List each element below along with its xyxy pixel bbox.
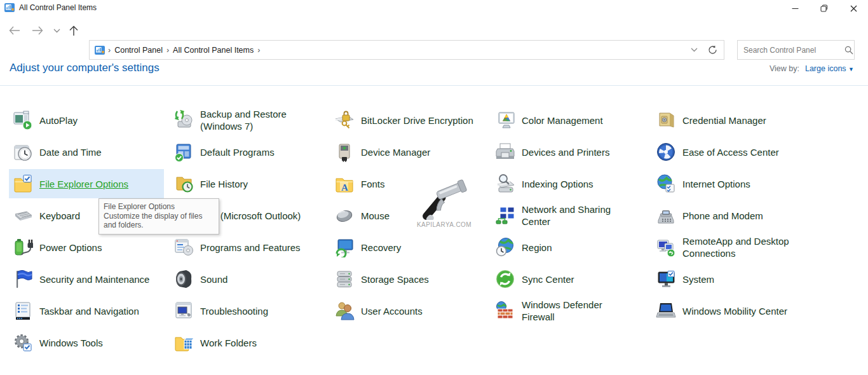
tooltip-body: Customize the display of files and folde…: [104, 212, 214, 230]
item-label[interactable]: Storage Spaces: [361, 273, 429, 285]
control-panel-item-work-folders[interactable]: Work Folders: [170, 328, 325, 357]
control-panel-item-sync-center[interactable]: Sync Center: [491, 264, 646, 294]
item-label[interactable]: Color Management: [522, 114, 603, 126]
breadcrumb-chevron-icon[interactable]: ›: [257, 46, 260, 55]
item-label[interactable]: AutoPlay: [39, 114, 78, 126]
item-label[interactable]: Work Folders: [200, 337, 257, 349]
item-label[interactable]: Phone and Modem: [682, 210, 763, 222]
item-label[interactable]: Default Programs: [200, 146, 275, 158]
control-panel-item-device-manager[interactable]: Device Manager: [330, 137, 485, 167]
control-panel-item-recovery[interactable]: Recovery: [330, 233, 485, 262]
control-panel-item-taskbar-navigation[interactable]: Taskbar and Navigation: [9, 296, 164, 325]
item-label[interactable]: Device Manager: [361, 146, 430, 158]
control-panel-item-credential-manager[interactable]: Credential Manager: [652, 106, 807, 135]
breadcrumb-chevron-icon[interactable]: ›: [108, 46, 111, 55]
forward-button[interactable]: [28, 20, 47, 41]
item-label[interactable]: Power Options: [39, 242, 102, 254]
view-by-dropdown[interactable]: Large icons ▼: [805, 64, 854, 73]
control-panel-item-power-options[interactable]: Power Options: [9, 233, 164, 262]
recent-locations-chevron-icon[interactable]: [47, 20, 66, 41]
control-panel-item-autoplay[interactable]: AutoPlay: [9, 106, 164, 135]
control-panel-item-windows-tools[interactable]: Windows Tools: [9, 328, 164, 357]
keyboard-icon: [13, 205, 33, 226]
item-label[interactable]: Recovery: [361, 242, 401, 254]
control-panel-item-mobility-center[interactable]: Windows Mobility Center: [652, 296, 807, 325]
item-label[interactable]: File Explorer Options: [39, 178, 128, 190]
item-label[interactable]: Sound: [200, 273, 227, 285]
control-panel-item-file-history[interactable]: File History: [170, 169, 325, 198]
item-label[interactable]: Security and Maintenance: [39, 273, 149, 285]
breadcrumb-chevron-icon[interactable]: ›: [166, 46, 169, 55]
control-panel-item-user-accounts[interactable]: User Accounts: [330, 296, 485, 325]
item-label[interactable]: Windows Mobility Center: [682, 305, 787, 317]
ease-of-access-icon: [656, 142, 676, 162]
item-label[interactable]: Taskbar and Navigation: [39, 305, 139, 317]
control-panel-item-file-explorer-options[interactable]: File Explorer Options: [9, 169, 164, 198]
item-label[interactable]: Indexing Options: [522, 178, 593, 190]
search-input[interactable]: [738, 46, 844, 55]
control-panel-item-devices-printers[interactable]: Devices and Printers: [491, 137, 646, 167]
control-panel-item-default-programs[interactable]: Default Programs: [170, 137, 325, 167]
control-panel-item-system[interactable]: System: [652, 264, 807, 294]
item-label[interactable]: System: [682, 273, 714, 285]
item-label[interactable]: BitLocker Drive Encryption: [361, 114, 473, 126]
breadcrumb-control-panel[interactable]: Control Panel: [112, 46, 165, 55]
control-panel-item-internet-options[interactable]: Internet Options: [652, 169, 807, 198]
item-label[interactable]: Mouse: [361, 210, 390, 222]
control-panel-item-phone-modem[interactable]: Phone and Modem: [652, 201, 807, 230]
control-panel-item-troubleshooting[interactable]: Troubleshooting: [170, 296, 325, 325]
item-label[interactable]: Troubleshooting: [200, 305, 268, 317]
control-panel-item-color-management[interactable]: Color Management: [491, 106, 646, 135]
item-label[interactable]: Keyboard: [39, 210, 80, 222]
control-panel-item-ease-of-access[interactable]: Ease of Access Center: [652, 137, 807, 167]
item-label[interactable]: User Accounts: [361, 305, 423, 317]
item-label[interactable]: File History: [200, 178, 248, 190]
item-label[interactable]: Credential Manager: [682, 114, 766, 126]
remoteapp-icon: [656, 237, 676, 257]
item-label[interactable]: Devices and Printers: [522, 146, 609, 158]
control-panel-item-bitlocker[interactable]: BitLocker Drive Encryption: [330, 106, 485, 135]
item-label[interactable]: Fonts: [361, 178, 385, 190]
close-button[interactable]: [839, 0, 868, 17]
control-panel-item-backup-restore[interactable]: Backup and Restore(Windows 7): [170, 106, 325, 135]
item-label[interactable]: Date and Time: [39, 146, 102, 158]
minimize-button[interactable]: [780, 0, 810, 17]
work-folders-icon: [173, 332, 194, 353]
back-button[interactable]: [5, 20, 24, 41]
item-label[interactable]: Region: [522, 242, 552, 254]
file-explorer-options-tooltip: File Explorer Options Customize the disp…: [98, 198, 219, 235]
control-panel-item-indexing-options[interactable]: Indexing Options: [491, 169, 646, 198]
region-icon: [495, 237, 515, 257]
address-bar[interactable]: › Control Panel › All Control Panel Item…: [89, 40, 724, 60]
view-by-control: View by: Large icons ▼: [770, 64, 854, 73]
address-dropdown-chevron-icon[interactable]: [691, 48, 698, 52]
control-panel-item-programs-features[interactable]: Programs and Features: [170, 233, 325, 262]
search-box[interactable]: [737, 40, 855, 60]
control-panel-item-security-maintenance[interactable]: Security and Maintenance: [9, 264, 164, 294]
refresh-icon[interactable]: [708, 45, 717, 55]
item-label[interactable]: Backup and Restore(Windows 7): [200, 108, 287, 132]
control-panel-item-date-time[interactable]: Date and Time: [9, 137, 164, 167]
control-panel-item-sound[interactable]: Sound: [170, 264, 325, 294]
breadcrumb-all-control-panel-items[interactable]: All Control Panel Items: [170, 46, 256, 55]
item-label[interactable]: Windows Tools: [39, 337, 103, 349]
item-label[interactable]: Ease of Access Center: [682, 146, 779, 158]
item-label[interactable]: Network and SharingCenter: [522, 203, 611, 228]
control-panel-item-remoteapp[interactable]: RemoteApp and DesktopConnections: [652, 233, 807, 262]
item-label[interactable]: Internet Options: [682, 178, 750, 190]
default-programs-icon: [173, 142, 194, 162]
restore-button[interactable]: [810, 0, 839, 17]
credential-manager-icon: [656, 110, 676, 130]
item-label[interactable]: Sync Center: [522, 273, 574, 285]
power-options-icon: [13, 237, 33, 257]
item-label[interactable]: Windows DefenderFirewall: [522, 299, 602, 323]
control-panel-item-storage-spaces[interactable]: Storage Spaces: [330, 264, 485, 294]
item-label[interactable]: Programs and Features: [200, 242, 301, 254]
control-panel-item-region[interactable]: Region: [491, 233, 646, 262]
up-button[interactable]: [64, 20, 83, 41]
search-icon[interactable]: [844, 46, 859, 55]
item-label[interactable]: RemoteApp and DesktopConnections: [682, 235, 789, 259]
control-panel-item-network-sharing[interactable]: Network and SharingCenter: [491, 201, 646, 230]
control-panel-item-defender-firewall[interactable]: Windows DefenderFirewall: [491, 296, 646, 325]
fonts-icon: A: [334, 174, 355, 194]
